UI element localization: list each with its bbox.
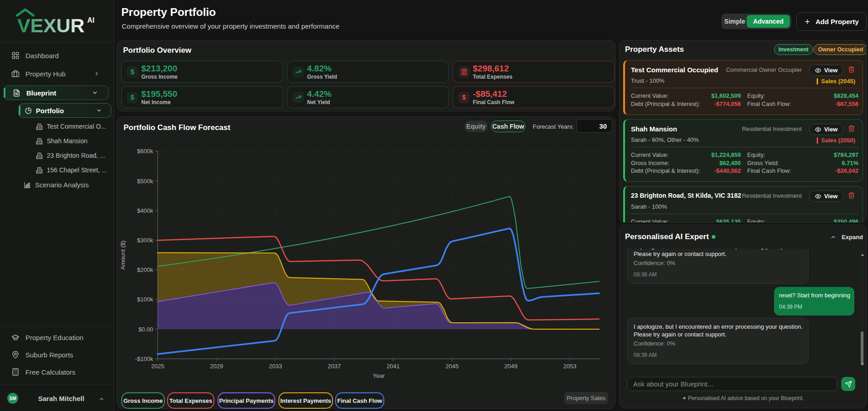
svg-text:$600k: $600k bbox=[137, 148, 154, 155]
svg-text:2041: 2041 bbox=[387, 363, 400, 370]
svg-text:Amount ($): Amount ($) bbox=[119, 241, 126, 270]
svg-text:$300k: $300k bbox=[137, 237, 154, 244]
svg-text:AI: AI bbox=[87, 16, 94, 24]
svg-text:2025: 2025 bbox=[151, 363, 164, 370]
svg-text:$500k: $500k bbox=[137, 178, 154, 185]
svg-text:$200k: $200k bbox=[137, 266, 154, 273]
svg-text:$0.00: $0.00 bbox=[139, 326, 154, 333]
svg-text:2037: 2037 bbox=[328, 363, 341, 370]
svg-text:$400k: $400k bbox=[137, 207, 154, 214]
svg-text:2053: 2053 bbox=[563, 363, 576, 370]
svg-text:2033: 2033 bbox=[269, 363, 282, 370]
svg-text:Year: Year bbox=[373, 372, 385, 379]
svg-text:2045: 2045 bbox=[446, 363, 459, 370]
svg-text:2029: 2029 bbox=[210, 363, 223, 370]
svg-text:VEXUR: VEXUR bbox=[17, 15, 84, 35]
svg-text:$100k: $100k bbox=[137, 296, 154, 303]
svg-text:-$100k: -$100k bbox=[135, 356, 153, 362]
svg-text:2049: 2049 bbox=[504, 363, 517, 370]
